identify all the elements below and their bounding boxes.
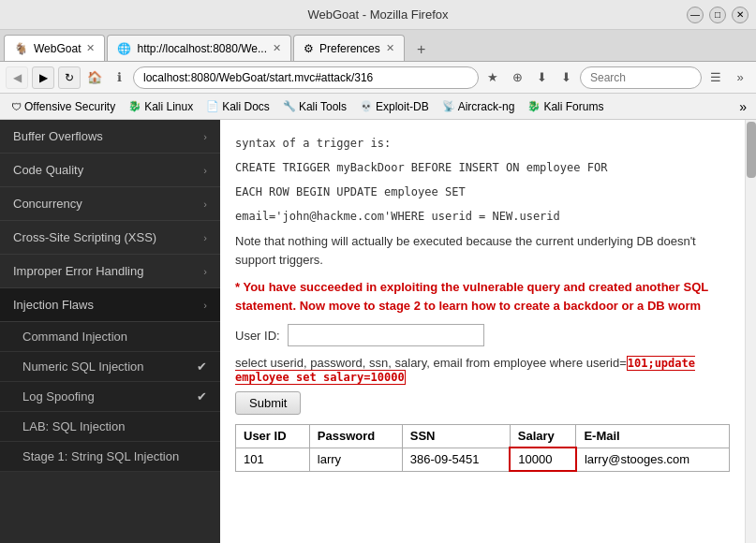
bookmark-label-kl: Kali Linux	[144, 100, 193, 113]
new-tab-button[interactable]: +	[410, 38, 433, 61]
window-title: WebGoat - Mozilla Firefox	[307, 7, 448, 22]
chevron-right-icon: ›	[203, 131, 207, 142]
sidebar-label-bo: Buffer Overflows	[13, 129, 103, 143]
bookmarks-bar: 🛡 Offensive Security 🐉 Kali Linux 📄 Kali…	[0, 94, 756, 120]
cell-ssn: 386-09-5451	[402, 448, 510, 471]
cell-salary: 10000	[510, 448, 576, 471]
back-button[interactable]: ◀	[6, 66, 28, 89]
sidebar-item-xss[interactable]: Cross-Site Scripting (XSS) ›	[0, 221, 220, 255]
submit-button[interactable]: Submit	[235, 391, 301, 415]
bookmark-kali-docs[interactable]: 📄 Kali Docs	[200, 98, 275, 115]
sidebar-label-xss: Cross-Site Scripting (XSS)	[13, 230, 156, 244]
sidebar-subitem-stage1[interactable]: Stage 1: String SQL Injection	[0, 442, 220, 472]
sidebar-item-error-handling[interactable]: Improper Error Handling ›	[0, 255, 220, 288]
query-prefix: select userid, password, ssn, salary, em…	[235, 356, 627, 370]
main-layout: Buffer Overflows › Code Quality › Concur…	[0, 120, 756, 543]
sidebar-item-buffer-overflows[interactable]: Buffer Overflows ›	[0, 120, 220, 154]
nav-bar: ◀ ▶ ↻ 🏠 ℹ ★ ⊕ ⬇ ⬇ ☰ »	[0, 62, 756, 94]
sidebar-item-injection-flaws[interactable]: Injection Flaws ›	[0, 288, 220, 322]
sidebar-sublabel-ls: Log Spoofing	[22, 389, 95, 404]
bookmarks-more-button[interactable]: »	[735, 97, 750, 116]
check-icon-ls: ✔	[197, 389, 207, 404]
bookmark-label-kt: Kali Tools	[299, 100, 347, 113]
scrollbar[interactable]	[745, 120, 756, 543]
pocket-icon[interactable]: ⬇	[531, 67, 552, 88]
close-button[interactable]: ✕	[732, 7, 749, 23]
tab-label2: http://localhost:8080/We...	[137, 42, 267, 55]
chevron-right-icon-cq: ›	[203, 165, 207, 176]
tab-webgoat[interactable]: 🐐 WebGoat ✕	[4, 35, 105, 61]
bookmark-offensive-security[interactable]: 🛡 Offensive Security	[6, 98, 121, 115]
sidebar-sublabel-s1: Stage 1: String SQL Injection	[22, 449, 179, 463]
bookmark-label-ac: Aircrack-ng	[458, 100, 515, 113]
chevron-right-icon-ieh: ›	[203, 266, 207, 277]
bookmark-label-kf: Kali Forums	[543, 100, 603, 113]
sidebar-item-concurrency[interactable]: Concurrency ›	[0, 187, 220, 221]
code-line2: EACH ROW BEGIN UPDATE employee SET	[235, 183, 730, 200]
bookmark-icon-ac: 📡	[442, 100, 455, 112]
tab-close-pref[interactable]: ✕	[386, 42, 394, 54]
bookmark-icon-kt: 🔧	[283, 100, 296, 112]
cell-userid: 101	[236, 448, 310, 471]
tab-label3: Preferences	[319, 42, 380, 55]
query-row: select userid, password, ssn, salary, em…	[235, 356, 730, 384]
tab-close-webgoat[interactable]: ✕	[86, 42, 95, 54]
sidebar-label-if: Injection Flaws	[13, 298, 94, 312]
col-header-ssn: SSN	[402, 425, 510, 448]
user-id-input[interactable]	[288, 324, 484, 346]
bookmark-kali-forums[interactable]: 🐉 Kali Forums	[522, 98, 609, 115]
info-icon: ℹ	[109, 67, 129, 88]
tab-bar: 🐐 WebGoat ✕ 🌐 http://localhost:8080/We..…	[0, 30, 756, 62]
user-id-row: User ID:	[235, 324, 730, 346]
search-input[interactable]	[580, 66, 702, 89]
title-bar: WebGoat - Mozilla Firefox — □ ✕	[0, 0, 756, 30]
tab-close-localhost[interactable]: ✕	[273, 42, 281, 54]
scrollbar-thumb[interactable]	[747, 122, 756, 178]
tab-favicon3: ⚙	[304, 42, 314, 55]
sidebar-subitem-log-spoofing[interactable]: Log Spoofing ✔	[0, 382, 220, 412]
tab-localhost[interactable]: 🌐 http://localhost:8080/We... ✕	[107, 35, 291, 61]
menu-icon[interactable]: ☰	[705, 67, 726, 88]
submit-area: Submit	[235, 391, 730, 415]
tab-favicon2: 🌐	[117, 42, 131, 55]
sidebar-subitem-command-injection[interactable]: Command Injection	[0, 322, 220, 352]
bookmark-label-os: Offensive Security	[24, 100, 115, 113]
sidebar-subitem-lab-sql[interactable]: LAB: SQL Injection	[0, 412, 220, 442]
bookmark-aircrack[interactable]: 📡 Aircrack-ng	[437, 98, 521, 115]
sidebar-subitem-numeric-sql[interactable]: Numeric SQL Injection ✔	[0, 352, 220, 382]
chevron-down-icon: ›	[203, 300, 207, 311]
bookmark-icon-edb: 💀	[360, 100, 373, 112]
code-line1: CREATE TRIGGER myBackDoor BEFORE INSERT …	[235, 159, 730, 176]
download-icon[interactable]: ⬇	[556, 67, 576, 88]
results-table: User ID Password SSN Salary E-Mail 101 l…	[235, 424, 730, 472]
col-header-userid: User ID	[236, 425, 310, 448]
col-header-salary: Salary	[510, 425, 576, 448]
bookmark-icon-kf: 🐉	[527, 100, 541, 112]
sidebar-sublabel-lab: LAB: SQL Injection	[22, 419, 125, 433]
bookmark-exploit-db[interactable]: 💀 Exploit-DB	[354, 98, 435, 115]
success-message: * You have succeeded in exploiting the v…	[235, 278, 730, 315]
home-button[interactable]: 🏠	[84, 67, 105, 88]
reload-button[interactable]: ↻	[58, 66, 81, 89]
bookmark-kali-linux[interactable]: 🐉 Kali Linux	[123, 98, 199, 115]
chevron-right-icon-xss: ›	[203, 232, 207, 243]
tab-preferences[interactable]: ⚙ Preferences ✕	[293, 35, 405, 61]
bookmark-icon-kl: 🐉	[128, 100, 141, 112]
sidebar-item-code-quality[interactable]: Code Quality ›	[0, 154, 220, 187]
code-line3: email='john@hackme.com'WHERE userid = NE…	[235, 208, 730, 225]
bookmark-label-kd: Kali Docs	[222, 100, 270, 113]
sync-icon[interactable]: ⊕	[507, 67, 527, 88]
maximize-button[interactable]: □	[709, 7, 726, 23]
sidebar-label-con: Concurrency	[13, 197, 82, 211]
bookmark-star-icon[interactable]: ★	[482, 67, 503, 88]
sidebar-label-ieh: Improper Error Handling	[13, 264, 143, 278]
table-row: 101 larry 386-09-5451 10000 larry@stooge…	[236, 448, 730, 471]
more-tools-icon[interactable]: »	[730, 67, 750, 88]
window-controls[interactable]: — □ ✕	[687, 7, 749, 23]
note-text: Note that nothing will actually be execu…	[235, 232, 730, 269]
tab-label: WebGoat	[34, 42, 81, 55]
forward-button[interactable]: ▶	[32, 66, 54, 89]
address-bar[interactable]	[133, 66, 479, 89]
minimize-button[interactable]: —	[687, 7, 704, 23]
bookmark-kali-tools[interactable]: 🔧 Kali Tools	[277, 98, 352, 115]
